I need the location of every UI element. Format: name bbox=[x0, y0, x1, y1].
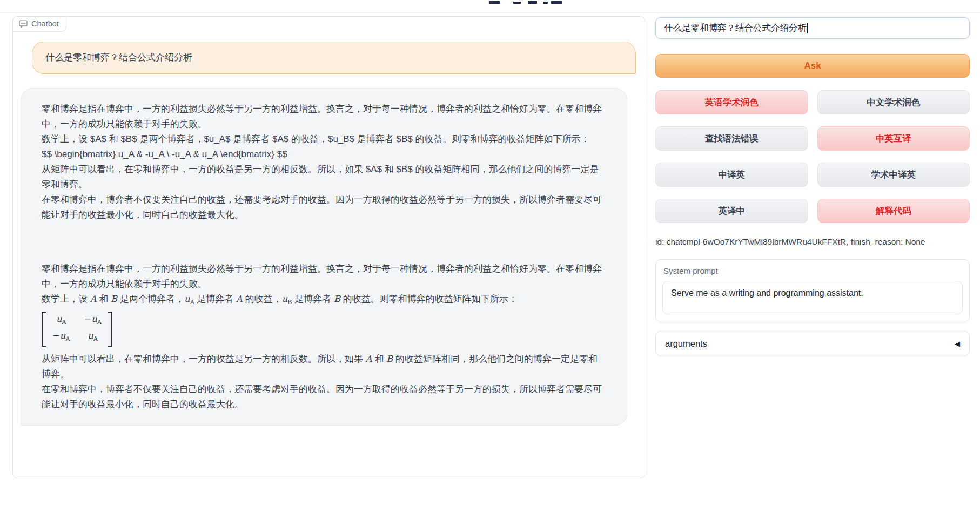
collapse-arrow-icon: ◀ bbox=[955, 340, 960, 348]
bot-message-bubble: 零和博弈是指在博弈中，一方的利益损失必然等于另一方的利益增益。换言之，对于每一种… bbox=[21, 88, 627, 426]
fn-zh-en-mutual-translate-button[interactable]: 中英互译 bbox=[817, 126, 970, 151]
fn-en-to-zh-button[interactable]: 英译中 bbox=[655, 199, 808, 223]
title-fragment bbox=[528, 1, 537, 4]
title-fragment bbox=[489, 1, 500, 4]
function-button-grid: 英语学术润色 中文学术润色 查找语法错误 中英互译 中译英 学术中译英 英译中 … bbox=[655, 90, 970, 223]
chat-bubble-icon bbox=[19, 20, 28, 28]
response-status-line: id: chatcmpl-6wOo7KrYTwMl89lbrMWRu4UkFFX… bbox=[655, 237, 970, 247]
fn-zh-academic-polish-button[interactable]: 中文学术润色 bbox=[817, 90, 970, 114]
system-prompt-label: System prompt bbox=[663, 266, 963, 275]
ask-button[interactable]: Ask bbox=[655, 54, 970, 78]
fn-zh-to-en-button[interactable]: 中译英 bbox=[655, 163, 808, 187]
title-fragment bbox=[513, 2, 521, 4]
chatbot-panel: Chatbot 什么是零和博弈？结合公式介绍分析 零和博弈是指在博弈中，一方的利… bbox=[12, 16, 645, 478]
system-prompt-input[interactable]: Serve me as a writing and programming as… bbox=[662, 281, 963, 314]
top-divider bbox=[0, 12, 980, 13]
chatbot-label: Chatbot bbox=[31, 19, 59, 28]
fn-academic-zh-to-en-button[interactable]: 学术中译英 bbox=[817, 163, 970, 187]
arguments-accordion-label: arguments bbox=[665, 339, 707, 349]
bot-line: 数学上，设 $A$ 和 $B$ 是两个博弈者，$u_A$ 是博弈者 $A$ 的收… bbox=[42, 132, 606, 147]
title-fragment bbox=[543, 2, 548, 4]
arguments-accordion-header[interactable]: arguments ◀ bbox=[655, 331, 970, 356]
matrix-right-bracket bbox=[108, 312, 112, 347]
control-column: 什么是零和博弈？结合公式介绍分析 Ask 英语学术润色 中文学术润色 查找语法错… bbox=[655, 17, 970, 356]
bot-line-math: 数学上，设 A 和 B 是两个博弈者，uA 是博弈者 A 的收益，uB 是博弈者… bbox=[42, 292, 606, 310]
matrix-left-bracket bbox=[42, 312, 46, 347]
bot-line: 在零和博弈中，博弈者不仅要关注自己的收益，还需要考虑对手的收益。因为一方取得的收… bbox=[42, 192, 606, 223]
user-message-bubble: 什么是零和博弈？结合公式介绍分析 bbox=[32, 42, 636, 74]
bot-line: 零和博弈是指在博弈中，一方的利益损失必然等于另一方的利益增益。换言之，对于每一种… bbox=[42, 261, 606, 292]
bot-line: 零和博弈是指在博弈中，一方的利益损失必然等于另一方的利益增益。换言之，对于每一种… bbox=[42, 102, 606, 132]
clipped-page-title bbox=[489, 0, 565, 4]
question-input-value: 什么是零和博弈？结合公式介绍分析 bbox=[664, 22, 807, 34]
bot-paragraph-rendered: 零和博弈是指在博弈中，一方的利益损失必然等于另一方的利益增益。换言之，对于每一种… bbox=[42, 261, 606, 412]
title-fragment bbox=[551, 1, 562, 4]
fn-explain-code-button[interactable]: 解释代码 bbox=[817, 199, 970, 223]
matrix-cells: uA−uA−uAuA bbox=[46, 312, 108, 347]
bot-line-formula: $$ \begin{bmatrix} u_A & -u_A \ -u_A & u… bbox=[42, 147, 606, 162]
bot-line-math: 从矩阵中可以看出，在零和博弈中，一方的收益是另一方的相反数。所以，如果 A 和 … bbox=[42, 352, 606, 382]
question-input[interactable]: 什么是零和博弈？结合公式介绍分析 bbox=[655, 17, 970, 39]
fn-find-grammar-errors-button[interactable]: 查找语法错误 bbox=[655, 126, 808, 151]
payoff-matrix: uA−uA−uAuA bbox=[42, 310, 606, 352]
fn-en-academic-polish-button[interactable]: 英语学术润色 bbox=[655, 90, 808, 114]
text-cursor bbox=[807, 23, 808, 33]
bot-paragraph-raw: 零和博弈是指在博弈中，一方的利益损失必然等于另一方的利益增益。换言之，对于每一种… bbox=[42, 102, 606, 223]
user-message-text: 什么是零和博弈？结合公式介绍分析 bbox=[45, 52, 192, 63]
bot-line: 从矩阵中可以看出，在零和博弈中，一方的收益是另一方的相反数。所以，如果 $A$ … bbox=[42, 162, 606, 192]
bot-line: 在零和博弈中，博弈者不仅要关注自己的收益，还需要考虑对手的收益。因为一方取得的收… bbox=[42, 382, 606, 412]
system-prompt-card: System prompt Serve me as a writing and … bbox=[655, 259, 970, 322]
chatbot-label-tab: Chatbot bbox=[12, 16, 66, 32]
